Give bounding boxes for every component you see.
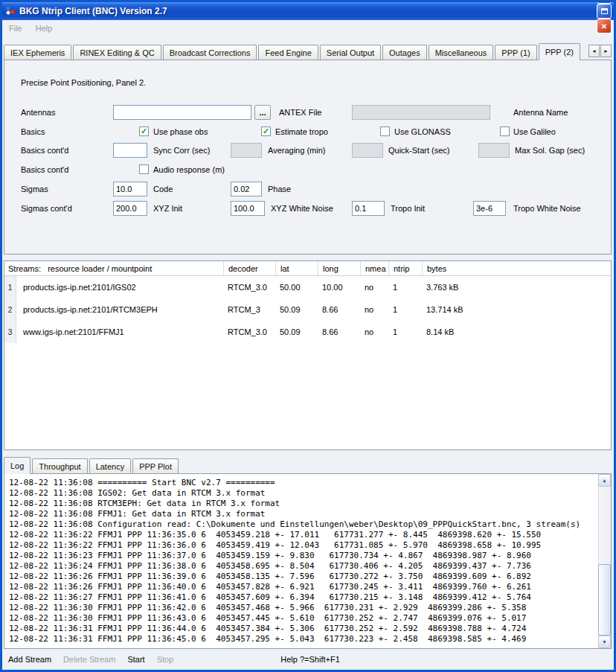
stream-long: 8.66 xyxy=(318,298,360,321)
tropo-white-noise-input[interactable] xyxy=(473,201,506,216)
column-header-ntrip: ntrip xyxy=(388,261,422,275)
tab-scroll-right-button[interactable]: ► xyxy=(600,45,612,57)
log-line: 12-08-22 11:36:08 FFMJ1: Get data in RTC… xyxy=(9,509,597,519)
streams-header: Streams: resource loader / mountpoint de… xyxy=(4,261,611,276)
stream-nmea: no xyxy=(360,321,388,343)
tab-iex-ephemeris[interactable]: IEX Ephemeris xyxy=(4,45,71,60)
menu-bar: File Help xyxy=(2,20,614,36)
log-line: 12-08-22 11:36:08 ========== Start BNC v… xyxy=(9,478,597,488)
sync-corr-input[interactable] xyxy=(113,143,147,158)
row-basics: Basics ✓ Use phase obs ✓ Estimate tropo … xyxy=(4,124,611,139)
titlebar[interactable]: BKG Ntrip Client (BNC) Version 2.7 ✕ xyxy=(2,2,614,20)
sigma-phase-label: Phase xyxy=(268,185,291,193)
footer-bar: Add Stream Delete Stream Start Stop Help… xyxy=(2,649,614,670)
menu-file[interactable]: File xyxy=(9,24,22,33)
log-line: 12-08-22 11:36:08 RTCM3EPH: Get data in … xyxy=(9,499,597,509)
tab-feed-engine[interactable]: Feed Engine xyxy=(258,45,318,60)
log-line: 12-08-22 11:36:26 FFMJ1 PPP 11:36:40.0 6… xyxy=(9,582,597,592)
stream-row-number: 3 xyxy=(4,321,16,343)
column-header-decoder: decoder xyxy=(223,261,275,275)
start-button[interactable]: Start xyxy=(127,655,144,664)
use-glonass-checkbox[interactable] xyxy=(380,127,390,136)
tab-ppp-2[interactable]: PPP (2) xyxy=(539,43,580,60)
tab-ppp-plot[interactable]: PPP Plot xyxy=(132,458,179,473)
stream-decoder: RTCM_3 xyxy=(223,298,275,321)
use-phase-obs-label: Use phase obs xyxy=(153,127,208,136)
maximize-button[interactable] xyxy=(597,4,612,19)
stream-row-number: 1 xyxy=(4,276,16,298)
tab-outages[interactable]: Outages xyxy=(382,45,427,60)
tab-ppp-1[interactable]: PPP (1) xyxy=(495,45,536,60)
use-glonass-label: Use GLONASS xyxy=(394,127,451,136)
tab-serial-output[interactable]: Serial Output xyxy=(320,45,381,60)
streams-title: Streams: resource loader / mountpoint xyxy=(4,261,223,275)
antennas-browse-button[interactable]: ... xyxy=(254,105,271,120)
log-line: 12-08-22 11:36:30 FFMJ1 PPP 11:36:43.0 6… xyxy=(9,613,597,624)
basics-label: Basics xyxy=(21,127,45,136)
basics-contd-label: Basics cont'd xyxy=(21,146,68,155)
tab-broadcast-corrections[interactable]: Broadcast Corrections xyxy=(163,45,257,60)
tropo-init-input[interactable] xyxy=(352,201,385,216)
stream-row[interactable]: 2 products.igs-ip.net:2101/RTCM3EPH RTCM… xyxy=(4,298,611,321)
help-shortcut-label: Help ?=Shift+F1 xyxy=(280,655,340,664)
stream-mountpoint: products.igs-ip.net:2101/RTCM3EPH xyxy=(16,298,223,321)
max-sol-gap-input xyxy=(478,143,510,158)
xyz-white-noise-input[interactable] xyxy=(231,201,265,216)
minimize-icon xyxy=(601,0,607,1)
log-view[interactable]: 12-08-22 11:36:08 ========== Start BNC v… xyxy=(4,473,612,649)
column-header-bytes: bytes xyxy=(422,261,611,275)
sigma-phase-input[interactable] xyxy=(231,182,262,196)
stream-bytes: 13.714 kB xyxy=(422,298,611,321)
stop-button[interactable]: Stop xyxy=(157,655,174,664)
log-line: 12-08-22 11:36:08 IGS02: Get data in RTC… xyxy=(9,488,597,499)
log-line: 12-08-22 11:36:23 FFMJ1 PPP 11:36:37.0 6… xyxy=(9,551,597,561)
tab-log[interactable]: Log xyxy=(4,457,31,474)
scroll-up-icon[interactable]: ▲ xyxy=(598,474,611,487)
stream-row[interactable]: 1 products.igs-ip.net:2101/IGS02 RTCM_3.… xyxy=(4,276,611,298)
use-galileo-checkbox[interactable] xyxy=(500,127,510,136)
log-line: 12-08-22 11:36:26 FFMJ1 PPP 11:36:39.0 6… xyxy=(9,572,597,582)
stream-row[interactable]: 3 www.igs-ip.net:2101/FFMJ1 RTCM_3.0 50.… xyxy=(4,321,611,343)
row-basics-contd: Basics cont'd Sync Corr (sec) Averaging … xyxy=(4,143,611,158)
estimate-tropo-checkbox[interactable]: ✓ xyxy=(261,127,271,136)
audio-response-checkbox[interactable] xyxy=(139,164,149,174)
stream-mountpoint: products.igs-ip.net:2101/IGS02 xyxy=(16,276,223,298)
log-lines: 12-08-22 11:36:08 ========== Start BNC v… xyxy=(4,474,598,648)
antennas-input[interactable] xyxy=(113,105,251,120)
xyz-white-noise-label: XYZ White Noise xyxy=(271,204,333,213)
tab-miscellaneous[interactable]: Miscellaneous xyxy=(429,45,494,60)
tropo-init-label: Tropo Init xyxy=(391,204,425,213)
xyz-init-input[interactable] xyxy=(113,201,147,216)
top-tab-bar: IEX Ephemeris RINEX Editing & QC Broadca… xyxy=(4,42,612,60)
stream-bytes: 3.763 kB xyxy=(422,276,611,298)
delete-stream-button[interactable]: Delete Stream xyxy=(63,655,115,664)
log-line: 12-08-22 11:36:08 Configuration read: C:… xyxy=(9,519,597,530)
tab-latency[interactable]: Latency xyxy=(89,458,132,473)
streams-table: Streams: resource loader / mountpoint de… xyxy=(4,260,612,450)
log-line: 12-08-22 11:36:30 FFMJ1 PPP 11:36:42.0 6… xyxy=(9,603,597,613)
xyz-init-label: XYZ Init xyxy=(153,204,182,213)
antex-file-input xyxy=(352,105,490,120)
stream-lat: 50.00 xyxy=(275,276,318,298)
maximize-icon xyxy=(601,8,608,14)
row-antennas: Antennas ... ANTEX File Antenna Name xyxy=(4,105,611,120)
basics-contd2-label: Basics cont'd xyxy=(21,165,68,174)
scroll-down-icon[interactable]: ▼ xyxy=(598,636,611,648)
antennas-label: Antennas xyxy=(21,108,55,117)
log-line: 12-08-22 11:36:24 FFMJ1 PPP 11:36:38.0 6… xyxy=(9,561,597,572)
log-scrollbar[interactable]: ▲ ▼ xyxy=(598,474,611,648)
column-header-lat: lat xyxy=(275,261,318,275)
scrollbar-thumb[interactable] xyxy=(598,564,611,636)
menu-help[interactable]: Help xyxy=(36,24,53,33)
use-galileo-label: Use Galileo xyxy=(513,127,556,136)
tab-throughput[interactable]: Throughput xyxy=(32,458,87,473)
stream-lat: 50.09 xyxy=(275,298,318,321)
sigma-code-input[interactable] xyxy=(113,182,147,196)
use-phase-obs-checkbox[interactable]: ✓ xyxy=(139,127,149,136)
max-sol-gap-label: Max Sol. Gap (sec) xyxy=(515,146,585,155)
tab-rinex-editing-qc[interactable]: RINEX Editing & QC xyxy=(73,45,161,60)
stream-ntrip: 1 xyxy=(388,298,422,321)
bottom-tab-bar: Log Throughput Latency PPP Plot xyxy=(4,456,612,473)
tab-scroll-left-button[interactable]: ◄ xyxy=(588,45,600,57)
add-stream-button[interactable]: Add Stream xyxy=(8,655,51,664)
